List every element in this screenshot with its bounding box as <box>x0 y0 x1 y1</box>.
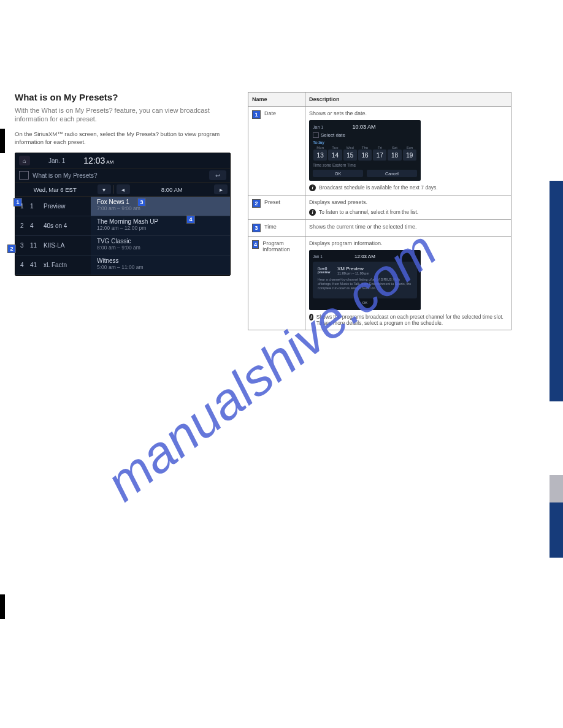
row-time: 8:00 am – 9:00 am <box>97 245 225 251</box>
av-title-text: What is on My Presets? <box>33 172 98 179</box>
mc-day[interactable]: 14 <box>328 150 342 161</box>
feature-name: Preset <box>264 199 280 205</box>
row-time: 7:00 am – 9:00 am <box>97 205 225 211</box>
preset-list: 1 1 Preview Fox News 1 7:00 am – 9:00 am… <box>15 197 230 275</box>
feature-desc-cell: Displays saved presets. i To listen to a… <box>305 195 511 220</box>
feature-name: Program information <box>262 240 301 252</box>
preset-right: The Morning Mash UP 12:00 am – 12:00 pm <box>91 216 230 235</box>
mc-cancel-button[interactable]: Cancel <box>367 170 417 177</box>
feature-desc: Shows or sets the date. <box>309 110 507 116</box>
av-screenshot: ⌂ Jan. 1 12:03AM What is on My Presets? … <box>15 153 231 276</box>
home-icon[interactable]: ⌂ <box>19 156 30 165</box>
mc-date: Jan 1 <box>313 125 323 129</box>
mc-day[interactable]: 13 <box>313 150 327 161</box>
time-prev-icon[interactable]: ◂ <box>117 184 130 194</box>
feature-name-cell: 2 Preset <box>248 195 305 220</box>
preset-row[interactable]: 1 1 Preview Fox News 1 7:00 am – 9:00 am <box>15 197 230 216</box>
av-date-time-bar: Wed, Mar 6 EST ▾ ◂ 8:00 AM ▸ <box>15 183 230 197</box>
row-index: 3 <box>20 242 28 249</box>
row-badge: 4 <box>252 240 259 249</box>
left-column: What is on My Presets? With the What is … <box>15 92 229 330</box>
info-icon: i <box>309 314 313 320</box>
row-channel-num: 11 <box>30 242 41 249</box>
preset-row[interactable]: 4 41 xL Factn Witness 5:00 am – 11:00 am <box>15 256 230 275</box>
section-heading: What is on My Presets? <box>15 92 229 102</box>
table-row: 3 Time Shows the current time or the sel… <box>248 220 511 237</box>
section-subheading: With the What is on My Presets? feature,… <box>15 106 229 124</box>
row-show: Fox News 1 <box>97 199 225 205</box>
mc-day[interactable]: 18 <box>388 150 401 161</box>
preset-right: TVG Classic 8:00 am – 9:00 am <box>91 236 230 255</box>
date-seg[interactable]: Wed, Mar 6 EST <box>15 186 95 193</box>
row-badge: 1 <box>252 110 261 119</box>
feature-name: Date <box>264 110 276 116</box>
mp-ok-button[interactable]: OK <box>350 301 380 307</box>
preset-left: 1 1 Preview <box>15 197 91 216</box>
callout-3: 3 <box>137 198 146 207</box>
row-badge: 3 <box>252 224 261 232</box>
mc-day[interactable]: 15 <box>343 150 357 161</box>
av-topbar: ⌂ Jan. 1 12:03AM <box>15 153 230 169</box>
table-row: 4 Program information Displays program i… <box>248 237 511 330</box>
preset-left: 4 41 xL Factn <box>15 256 91 275</box>
th-desc: Description <box>305 93 511 107</box>
preset-row[interactable]: 2 4 40s on 4 The Morning Mash UP 12:00 a… <box>15 216 230 236</box>
feature-name: Time <box>264 224 277 230</box>
side-tab-blue-2 <box>550 502 563 558</box>
feature-desc-cell: Shows or sets the date. Jan 1 10:03 AM S… <box>305 107 511 195</box>
mp-title: XM Preview <box>337 266 369 271</box>
feature-name-cell: 1 Date <box>248 107 305 195</box>
mp-clock: 12:03 AM <box>354 254 375 259</box>
mc-today: Today <box>313 140 417 145</box>
feature-name-cell: 4 Program information <box>248 237 305 330</box>
row-show: The Morning Mash UP <box>97 218 225 225</box>
av-date: Jan. 1 <box>48 157 65 164</box>
feature-desc-cell: Displays program information. Jan 1 12:0… <box>305 237 511 330</box>
preset-right: Fox News 1 7:00 am – 9:00 am <box>91 197 230 216</box>
program-popup-screenshot: Jan 1 12:03 AM ((xm)) preview XM Preview… <box>309 250 421 310</box>
info-icon: i <box>309 209 316 216</box>
row-time: 12:00 am – 12:00 pm <box>97 225 225 231</box>
row-channel-name: Preview <box>44 203 66 210</box>
date-popup-screenshot: Jan 1 10:03 AM Select date Today MonTueW… <box>309 120 421 181</box>
mc-day[interactable]: 16 <box>358 150 372 161</box>
row-channel-name: KIIS-LA <box>44 242 64 249</box>
info-note: To listen to a channel, select it from t… <box>319 209 418 215</box>
mc-day[interactable]: 17 <box>373 150 386 161</box>
left-edge-marker-2 <box>0 594 5 619</box>
back-icon[interactable]: ↩ <box>209 170 226 180</box>
intro-paragraph: On the SiriusXM™ radio screen, select th… <box>15 130 229 147</box>
seg-divider <box>113 185 114 194</box>
xm-logo-icon: ((xm)) preview <box>318 265 334 275</box>
info-note: Broadcast schedule is available for the … <box>319 184 438 191</box>
side-tab-grey <box>550 475 563 502</box>
time-next-icon[interactable]: ▸ <box>214 184 228 194</box>
mp-desc: Hear a channel-by-channel listing of all… <box>318 278 412 290</box>
time-seg[interactable]: 8:00 AM <box>132 186 212 193</box>
row-channel-num: 1 <box>30 203 41 210</box>
row-channel-num: 4 <box>30 222 41 229</box>
row-show: Witness <box>97 257 225 264</box>
preset-row[interactable]: 3 11 KIIS-LA TVG Classic 8:00 am – 9:00 … <box>15 236 230 256</box>
av-clock: 12:03AM <box>83 156 113 165</box>
preset-left: 3 11 KIIS-LA <box>15 236 91 255</box>
date-dropdown-icon[interactable]: ▾ <box>98 184 111 194</box>
mc-timezone: Time zone Eastern Time <box>313 163 417 167</box>
row-time: 5:00 am – 11:00 am <box>97 264 225 270</box>
mc-ok-button[interactable]: OK <box>313 170 363 177</box>
info-note: Shows the programs broadcast on each pre… <box>316 314 507 326</box>
av-clock-time: 12:03 <box>83 156 105 165</box>
mc-day[interactable]: 19 <box>403 150 416 161</box>
feature-name-cell: 3 Time <box>248 220 305 237</box>
feature-desc: Displays program information. <box>309 240 507 246</box>
preset-right: Witness 5:00 am – 11:00 am <box>91 256 230 275</box>
av-clock-ampm: AM <box>106 159 113 165</box>
mp-date: Jan 1 <box>313 254 323 259</box>
feature-desc-cell: Shows the current time or the selected t… <box>305 220 511 237</box>
feature-desc: Shows the current time or the selected t… <box>309 224 507 230</box>
table-row: 1 Date Shows or sets the date. Jan 1 10:… <box>248 107 511 195</box>
callout-4: 4 <box>186 215 195 224</box>
left-edge-marker <box>0 129 5 153</box>
table-row: 2 Preset Displays saved presets. i To li… <box>248 195 511 220</box>
row-index: 4 <box>20 262 28 268</box>
